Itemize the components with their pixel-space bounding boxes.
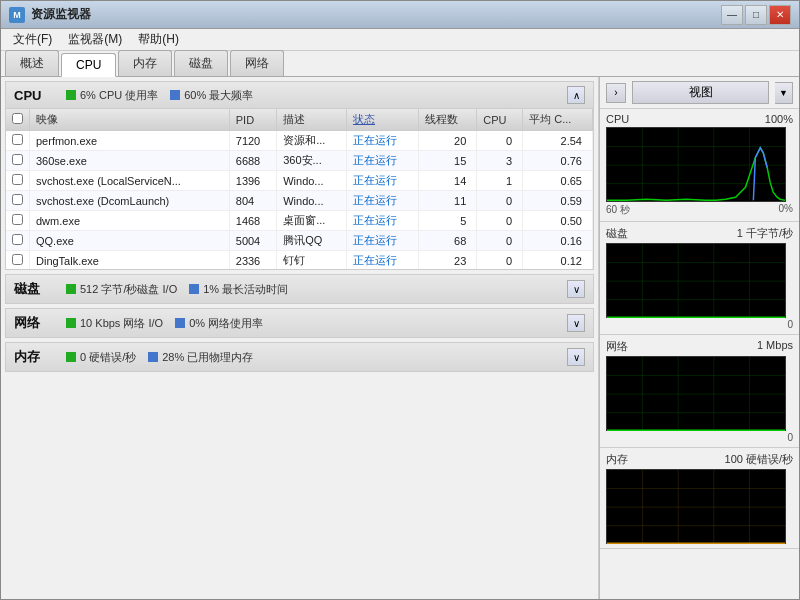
col-cpu[interactable]: CPU [477, 109, 523, 131]
table-row[interactable]: DingTalk.exe 2336 钉钉 正在运行 23 0 0.12 [6, 251, 593, 270]
table-row[interactable]: svchost.exe (LocalServiceN... 1396 Windo… [6, 171, 593, 191]
cell-image: 360se.exe [30, 151, 230, 171]
cell-desc: Windo... [277, 171, 347, 191]
network-section-header[interactable]: 网络 10 Kbps 网络 I/O 0% 网络使用率 ∨ [6, 309, 593, 337]
cell-pid: 2336 [229, 251, 276, 270]
memory-chart-name: 内存 [606, 452, 628, 467]
network-chart [606, 356, 786, 431]
cpu-chart-min: 0% [779, 203, 793, 217]
network-section: 网络 10 Kbps 网络 I/O 0% 网络使用率 ∨ [5, 308, 594, 338]
col-status[interactable]: 状态 [346, 109, 418, 131]
table-row[interactable]: 360se.exe 6688 360安... 正在运行 15 3 0.76 [6, 151, 593, 171]
cell-image: svchost.exe (DcomLaunch) [30, 191, 230, 211]
row-checkbox[interactable] [12, 214, 23, 225]
tab-cpu[interactable]: CPU [61, 53, 116, 77]
cpu-table-scrollable[interactable]: 映像 PID 描述 状态 线程数 CPU 平均 C... [6, 109, 593, 269]
row-checkbox[interactable] [12, 234, 23, 245]
row-checkbox-cell[interactable] [6, 211, 30, 231]
row-checkbox-cell[interactable] [6, 171, 30, 191]
row-checkbox-cell[interactable] [6, 231, 30, 251]
tab-network[interactable]: 网络 [230, 50, 284, 76]
disk-expand-button[interactable]: ∨ [567, 280, 585, 298]
cell-cpu: 0 [477, 131, 523, 151]
menu-monitor[interactable]: 监视器(M) [60, 29, 130, 50]
cpu-chart [606, 127, 786, 202]
memory-stat2-text: 28% 已用物理内存 [162, 350, 253, 365]
disk-section-header[interactable]: 磁盘 512 字节/秒磁盘 I/O 1% 最长活动时间 ∨ [6, 275, 593, 303]
disk-chart-label: 磁盘 1 千字节/秒 [606, 226, 793, 241]
table-row[interactable]: dwm.exe 1468 桌面窗... 正在运行 5 0 0.50 [6, 211, 593, 231]
row-checkbox[interactable] [12, 194, 23, 205]
cell-avg: 2.54 [523, 131, 593, 151]
cpu-table: 映像 PID 描述 状态 线程数 CPU 平均 C... [6, 109, 593, 269]
cell-status: 正在运行 [346, 171, 418, 191]
view-dropdown-button[interactable]: ▼ [775, 82, 793, 104]
disk-chart-section: 磁盘 1 千字节/秒 [600, 222, 799, 335]
right-nav-button[interactable]: › [606, 83, 626, 103]
col-avg[interactable]: 平均 C... [523, 109, 593, 131]
cell-cpu: 0 [477, 191, 523, 211]
table-row[interactable]: svchost.exe (DcomLaunch) 804 Windo... 正在… [6, 191, 593, 211]
network-stat1-indicator [66, 318, 76, 328]
disk-stat1-indicator [66, 284, 76, 294]
memory-chart-label: 内存 100 硬错误/秒 [606, 452, 793, 467]
maximize-button[interactable]: □ [745, 5, 767, 25]
row-checkbox[interactable] [12, 134, 23, 145]
cpu-chart-label: CPU 100% [606, 113, 793, 125]
row-checkbox[interactable] [12, 154, 23, 165]
cpu-stat2-text: 60% 最大频率 [184, 88, 253, 103]
disk-stat1: 512 字节/秒磁盘 I/O [66, 282, 177, 297]
memory-section-header[interactable]: 内存 0 硬错误/秒 28% 已用物理内存 ∨ [6, 343, 593, 371]
row-checkbox-cell[interactable] [6, 151, 30, 171]
memory-section: 内存 0 硬错误/秒 28% 已用物理内存 ∨ [5, 342, 594, 372]
view-button[interactable]: 视图 [632, 81, 769, 104]
col-threads[interactable]: 线程数 [419, 109, 477, 131]
row-checkbox-cell[interactable] [6, 251, 30, 270]
minimize-button[interactable]: — [721, 5, 743, 25]
network-stat1: 10 Kbps 网络 I/O [66, 316, 163, 331]
tab-overview[interactable]: 概述 [5, 50, 59, 76]
cpu-chart-time: 60 秒 [606, 203, 630, 217]
cell-avg: 0.16 [523, 231, 593, 251]
col-image[interactable]: 映像 [30, 109, 230, 131]
tab-memory[interactable]: 内存 [118, 50, 172, 76]
row-checkbox[interactable] [12, 254, 23, 265]
network-expand-button[interactable]: ∨ [567, 314, 585, 332]
cpu-stat1: 6% CPU 使用率 [66, 88, 158, 103]
menu-bar: 文件(F) 监视器(M) 帮助(H) [1, 29, 799, 51]
right-panel-header: › 视图 ▼ [600, 77, 799, 109]
cell-pid: 7120 [229, 131, 276, 151]
row-checkbox-cell[interactable] [6, 131, 30, 151]
select-all-checkbox[interactable] [12, 113, 23, 124]
disk-stat2: 1% 最长活动时间 [189, 282, 288, 297]
menu-file[interactable]: 文件(F) [5, 29, 60, 50]
cell-desc: 桌面窗... [277, 211, 347, 231]
main-window: M 资源监视器 — □ ✕ 文件(F) 监视器(M) 帮助(H) 概述 CPU … [0, 0, 800, 600]
table-row[interactable]: perfmon.exe 7120 资源和... 正在运行 20 0 2.54 [6, 131, 593, 151]
row-checkbox-cell[interactable] [6, 191, 30, 211]
app-icon: M [9, 7, 25, 23]
close-button[interactable]: ✕ [769, 5, 791, 25]
cell-pid: 1396 [229, 171, 276, 191]
memory-expand-button[interactable]: ∨ [567, 348, 585, 366]
cell-threads: 14 [419, 171, 477, 191]
col-desc[interactable]: 描述 [277, 109, 347, 131]
charts-container[interactable]: CPU 100% [600, 109, 799, 599]
disk-stat2-text: 1% 最长活动时间 [203, 282, 288, 297]
cpu-expand-button[interactable]: ∧ [567, 86, 585, 104]
cell-status: 正在运行 [346, 231, 418, 251]
network-title: 网络 [14, 314, 54, 332]
tab-disk[interactable]: 磁盘 [174, 50, 228, 76]
table-row[interactable]: QQ.exe 5004 腾讯QQ 正在运行 68 0 0.16 [6, 231, 593, 251]
cell-status: 正在运行 [346, 151, 418, 171]
row-checkbox[interactable] [12, 174, 23, 185]
network-stat1-text: 10 Kbps 网络 I/O [80, 316, 163, 331]
cpu-stat1-indicator [66, 90, 76, 100]
menu-help[interactable]: 帮助(H) [130, 29, 187, 50]
network-chart-max: 1 Mbps [757, 339, 793, 354]
disk-chart-max: 1 千字节/秒 [737, 226, 793, 241]
col-pid[interactable]: PID [229, 109, 276, 131]
cell-image: DingTalk.exe [30, 251, 230, 270]
cpu-section-header[interactable]: CPU 6% CPU 使用率 60% 最大频率 ∧ [6, 82, 593, 109]
cpu-stat2: 60% 最大频率 [170, 88, 253, 103]
